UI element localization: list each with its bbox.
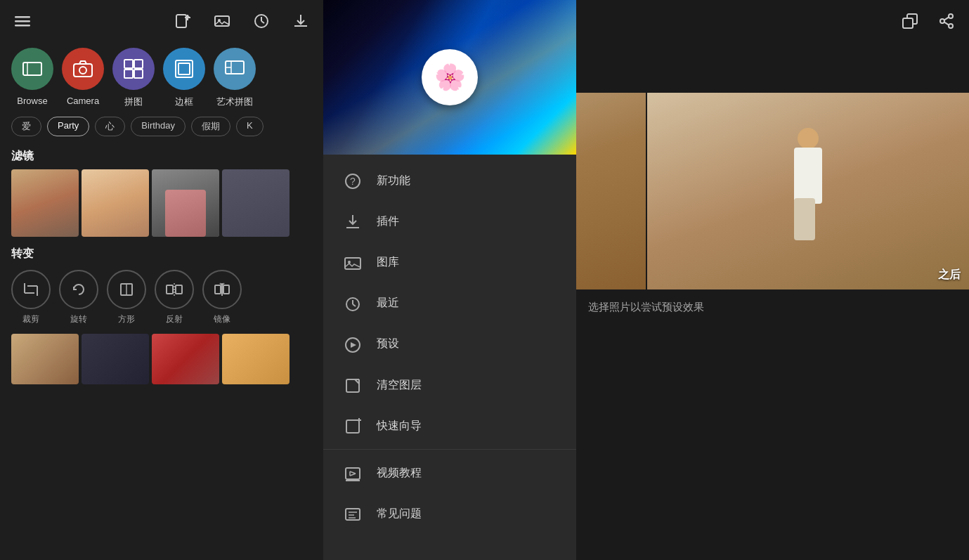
- bottom-thumbs: [0, 331, 323, 387]
- new-feature-icon: ?: [343, 171, 363, 190]
- camera-label: Camera: [67, 96, 99, 106]
- svg-rect-23: [178, 63, 190, 74]
- reflect-label: 反射: [166, 313, 183, 325]
- new-feature-text: 新功能: [377, 174, 410, 188]
- bottom-thumb-3[interactable]: [152, 334, 219, 384]
- svg-rect-68: [903, 18, 913, 28]
- transform-mirror[interactable]: 镜像: [202, 270, 242, 325]
- square-label: 方形: [118, 313, 135, 325]
- transform-reflect[interactable]: 反射: [155, 270, 194, 325]
- frame-label: 边框: [175, 96, 193, 108]
- left-panel: Browse Camera 拼图: [0, 0, 323, 560]
- faq-text: 常见问题: [377, 507, 422, 521]
- crop-circle: [11, 270, 51, 309]
- preset-icon: [343, 335, 363, 353]
- filters-title: 滤镜: [0, 142, 323, 167]
- filters-thumb-row: [0, 167, 323, 240]
- svg-rect-34: [176, 285, 182, 294]
- recent-menu-icon: [343, 294, 363, 313]
- main-nav: Browse Camera 拼图: [0, 42, 323, 111]
- bottom-thumb-4[interactable]: [222, 334, 290, 384]
- menu-video-tutorial[interactable]: 视频教程: [323, 452, 576, 493]
- nav-browse[interactable]: Browse: [11, 48, 53, 106]
- clear-layer-text: 清空图层: [377, 378, 422, 393]
- menu-quick-guide[interactable]: 快速向导: [323, 405, 576, 446]
- svg-rect-20: [124, 70, 133, 78]
- svg-line-73: [944, 22, 949, 25]
- recent-icon[interactable]: [250, 10, 273, 32]
- nav-camera[interactable]: Camera: [62, 48, 104, 106]
- svg-rect-3: [176, 15, 186, 27]
- filter-thumb-3[interactable]: [152, 169, 219, 237]
- mirror-circle: [202, 270, 242, 309]
- after-panel: 之后: [647, 93, 970, 289]
- tag-love[interactable]: 爱: [11, 117, 41, 136]
- quick-guide-text: 快速向导: [377, 419, 422, 434]
- nav-art[interactable]: 艺术拼图: [214, 48, 256, 108]
- svg-rect-19: [134, 60, 143, 68]
- gallery-icon[interactable]: [211, 10, 233, 32]
- tag-party[interactable]: Party: [47, 117, 89, 136]
- transform-rotate[interactable]: 旋转: [59, 270, 98, 325]
- crop-label: 裁剪: [22, 313, 39, 325]
- svg-point-71: [949, 24, 953, 28]
- top-nav-icons: [171, 10, 312, 32]
- new-file-icon[interactable]: [171, 10, 194, 32]
- art-icon: [214, 48, 256, 90]
- svg-rect-36: [215, 285, 221, 294]
- svg-rect-1: [15, 20, 30, 22]
- svg-text:?: ?: [350, 176, 356, 187]
- svg-line-11: [261, 21, 264, 23]
- video-tutorial-text: 视频教程: [377, 466, 422, 481]
- menu-new-feature[interactable]: ? 新功能: [323, 160, 576, 201]
- tag-holiday[interactable]: 假期: [191, 117, 230, 136]
- dropdown-hero: 🌸: [323, 0, 576, 155]
- browse-label: Browse: [17, 96, 47, 106]
- square-circle: [107, 270, 146, 309]
- video-tutorial-icon: [343, 464, 363, 482]
- preset-text: 预设: [377, 337, 399, 351]
- clear-layer-icon: [343, 376, 363, 394]
- share-button[interactable]: [935, 10, 958, 32]
- faq-icon: [343, 505, 363, 523]
- transform-icons: 裁剪 旋转 方形: [0, 264, 323, 331]
- menu-gallery[interactable]: 图库: [323, 242, 576, 282]
- svg-line-49: [353, 304, 356, 306]
- frame-icon: [163, 48, 205, 90]
- svg-line-62: [350, 474, 356, 476]
- menu-preset[interactable]: 预设: [323, 324, 576, 365]
- svg-line-72: [944, 17, 949, 20]
- plugin-icon: [343, 212, 363, 230]
- tag-heart[interactable]: 心: [95, 117, 125, 136]
- svg-rect-16: [74, 64, 92, 77]
- menu-plugin[interactable]: 插件: [323, 201, 576, 242]
- nav-puzzle[interactable]: 拼图: [112, 48, 155, 108]
- menu-icon[interactable]: [11, 10, 34, 32]
- svg-line-61: [350, 471, 356, 474]
- filter-thumb-4[interactable]: [222, 169, 290, 237]
- tag-k[interactable]: K: [236, 117, 264, 136]
- svg-point-70: [940, 19, 944, 23]
- svg-rect-21: [134, 70, 143, 78]
- nav-frame[interactable]: 边框: [163, 48, 205, 108]
- browse-icon: [11, 48, 53, 90]
- mirror-label: 镜像: [214, 313, 230, 325]
- copy-button[interactable]: [899, 10, 921, 32]
- svg-rect-14: [23, 63, 41, 75]
- download-icon[interactable]: [290, 10, 312, 32]
- svg-rect-55: [346, 420, 359, 433]
- filter-thumb-1[interactable]: [11, 169, 79, 237]
- bottom-thumb-1[interactable]: [11, 334, 79, 384]
- gallery-text: 图库: [377, 255, 399, 270]
- menu-faq[interactable]: 常见问题: [323, 494, 576, 535]
- filter-thumb-2[interactable]: [82, 169, 149, 237]
- bottom-thumb-2[interactable]: [82, 334, 149, 384]
- transform-crop[interactable]: 裁剪: [11, 270, 51, 325]
- tag-birthday[interactable]: Birthday: [131, 117, 186, 136]
- gallery-menu-icon: [343, 253, 363, 271]
- right-top-right: [899, 10, 958, 32]
- transform-square[interactable]: 方形: [107, 270, 146, 325]
- svg-rect-2: [15, 25, 30, 27]
- menu-recent[interactable]: 最近: [323, 283, 576, 324]
- menu-clear-layer[interactable]: 清空图层: [323, 365, 576, 405]
